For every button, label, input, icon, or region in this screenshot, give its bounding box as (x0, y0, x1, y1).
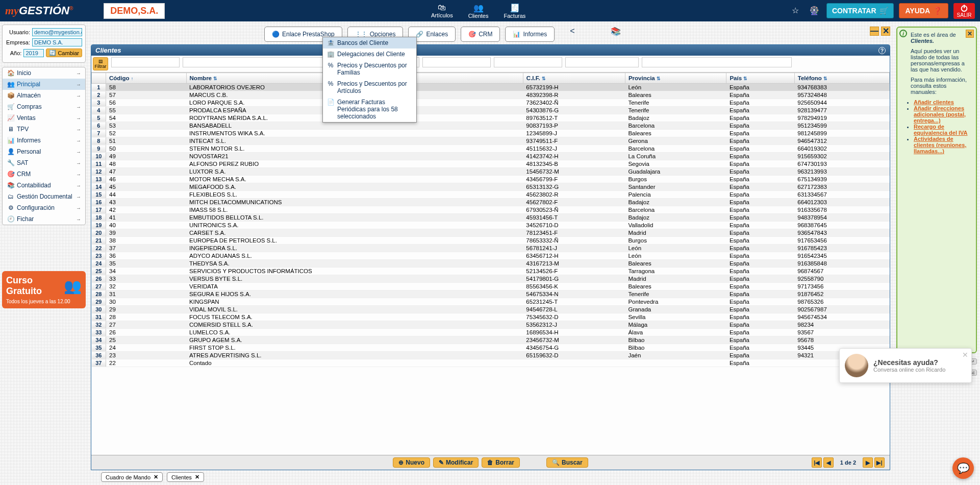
table-row[interactable]: 2633VERSUS BYTE S.L.54179801-GMadridEspa… (92, 275, 890, 283)
crm-button[interactable]: 🎯 CRM (461, 27, 500, 42)
nav-almacén[interactable]: 📦Almacén→ (3, 90, 85, 101)
col-provincia[interactable]: Provincia ⇅ (625, 73, 726, 84)
table-row[interactable]: 356LORO PARQUE S.A.73623402-ÑTenerifeEsp… (92, 99, 890, 107)
borrar-button[interactable]: 🗑Borrar (482, 457, 520, 468)
table-row[interactable]: 1544FLEXIBLEOS S.L.45623802-RPalenciaEsp… (92, 191, 890, 199)
topnav-facturas[interactable]: 🧾Facturas (504, 3, 525, 19)
col-teléfono[interactable]: Teléfono ⇅ (794, 73, 889, 84)
table-row[interactable]: 2039CARSET S.A.78123451-FMadridEspaña936… (92, 229, 890, 237)
chat-widget[interactable]: ✕ ¿Necesitas ayuda? Conversa online con … (839, 348, 972, 383)
table-row[interactable]: 3524FIRST STOP S.L.43456754-GBilbaoEspañ… (92, 344, 890, 352)
close-icon[interactable]: ✕ (154, 474, 158, 480)
filter-provincia[interactable] (494, 57, 562, 67)
table-row[interactable]: 1346MOTOR MECHA S.A.43456799-FBurgosEspa… (92, 176, 890, 183)
help-link[interactable]: Actividades de clientes (reuniones, llam… (914, 136, 966, 154)
nav-personal[interactable]: 👤Personal→ (3, 146, 85, 157)
table-row[interactable]: 1940UNITRONICS S.A.34526710-DValladolidE… (92, 222, 890, 229)
nav-informes[interactable]: 📊Informes→ (3, 135, 85, 146)
table-row[interactable]: 2138EUROPEA DE PETROLEOS S.L.78653332-ÑB… (92, 237, 890, 245)
modificar-button[interactable]: ✎Modificar (433, 457, 479, 468)
buscar-button[interactable]: 🔍Buscar (546, 457, 588, 468)
nav-configuración[interactable]: ⚙Configuración→ (3, 202, 85, 213)
table-row[interactable]: 3227COMERSID STELL S.A.53562312-JMálagaE… (92, 321, 890, 329)
table-row[interactable]: 3425GRUPO AGEM S.A.23456732-MBilbaoEspañ… (92, 336, 890, 344)
page-next[interactable]: ▶ (863, 457, 873, 468)
nav-inicio[interactable]: 🏠Inicio→ (3, 67, 85, 79)
favorite-icon[interactable]: ☆ (792, 6, 802, 16)
filter-cif[interactable] (422, 57, 491, 67)
chat-bubble-button[interactable]: 💬 (952, 457, 974, 479)
table-row[interactable]: 158LABORATORIOS OVEJERO65732199-HLeónEsp… (92, 84, 890, 91)
table-row[interactable]: 3326LUMELCO S.A.16896534-HÁlavaEspaña935… (92, 329, 890, 336)
chat-close-icon[interactable]: ✕ (962, 351, 968, 359)
col-cif[interactable]: C.I.F. ⇅ (523, 73, 625, 84)
col-país[interactable]: País ⇅ (726, 73, 794, 84)
help-link[interactable]: Recargo de equivalencia del IVA (914, 124, 968, 136)
filter-button[interactable]: ▤Filtrar (93, 57, 108, 70)
table-row[interactable]: 1247LUXTOR S.A.15456732-MGuadalajaraEspa… (92, 168, 890, 176)
dd-item[interactable]: %Precios y Descuentos por Artículos (323, 78, 416, 96)
nav-fichar[interactable]: 🕘Fichar→ (3, 213, 85, 225)
help-close-button[interactable]: ✕ (966, 30, 974, 38)
tab-clientes[interactable]: Clientes✕ (167, 472, 204, 482)
table-row[interactable]: 950STERN MOTOR S.L.45115632-JBarcelonaEs… (92, 145, 890, 153)
page-prev[interactable]: ◀ (823, 457, 834, 468)
topnav-artículos[interactable]: 🛍Artículos (431, 3, 453, 19)
nav-compras[interactable]: 🛒Compras→ (3, 101, 85, 112)
table-row[interactable]: 2831SEGURA E HIJOS S.A.54675334-NTenerif… (92, 290, 890, 298)
table-row[interactable]: 2237INGEPIEDRA S.L.56781241-JLeónEspaña9… (92, 245, 890, 252)
tab-cuadro-de-mando[interactable]: Cuadro de Mando✕ (101, 472, 163, 482)
help-icon[interactable]: ? (878, 47, 886, 54)
dd-item[interactable]: 🏦Bancos del Cliente (323, 37, 416, 48)
table-row[interactable]: 554RODYTRANS MÉRIDA S.A.L.89763512-TBada… (92, 114, 890, 122)
data-table-wrap[interactable]: Código ↑Nombre ⇅C.I.F. ⇅Provincia ⇅País … (91, 72, 890, 455)
contratar-button[interactable]: CONTRATAR 🛒 (826, 3, 894, 18)
dd-item[interactable]: 🏢Delegaciones del Cliente (323, 48, 416, 60)
ayuda-button[interactable]: AYUDA ❓ (899, 3, 949, 18)
page-last[interactable]: ▶| (874, 457, 885, 468)
page-first[interactable]: |◀ (812, 457, 822, 468)
close-icon[interactable]: ✕ (195, 474, 199, 480)
table-row[interactable]: 2435THEDYSA S.A.43167213-MBalearesEspaña… (92, 260, 890, 268)
filter-codigo[interactable] (111, 57, 180, 67)
help-link[interactable]: Añadir clientes (914, 99, 954, 105)
table-row[interactable]: 851INTECAT S.L.93749511-FGeronaEspaña946… (92, 137, 890, 145)
informes-button[interactable]: 📊 Informes (505, 27, 555, 42)
nav-sat[interactable]: 🔧SAT→ (3, 157, 85, 168)
table-row[interactable]: 2732VERIDATA85563456-KBalearesEspaña9717… (92, 283, 890, 290)
table-row[interactable]: 752INSTRUMENTOS WIKA S.A.12345899-JBalea… (92, 130, 890, 137)
cambiar-button[interactable]: 🔄Cambiar (46, 48, 82, 57)
nav-gestión-documental[interactable]: 🗂Gestión Documental→ (3, 191, 85, 202)
nav-principal[interactable]: 👥Principal→ (3, 79, 85, 90)
table-row[interactable]: 1841EMBUTIDOS BELLOTA S.L.45931456-TBada… (92, 214, 890, 222)
nav-tpv[interactable]: 🖥TPV→ (3, 124, 85, 135)
nav-crm[interactable]: 🎯CRM→ (3, 168, 85, 180)
usuario-field[interactable]: demo@mygestion.cc (32, 28, 82, 36)
dd-item[interactable]: %Precios y Descuentos por Familias (323, 60, 416, 78)
minimize-button[interactable]: — (870, 27, 879, 36)
table-row[interactable]: 2336ADYCO ADUANAS S.L.63456712-HLeónEspa… (92, 252, 890, 260)
help-link[interactable]: Añadir direcciones adicionales (postal, … (914, 105, 966, 124)
col-código[interactable]: Código ↑ (106, 73, 187, 84)
ano-field[interactable]: 2019 (23, 49, 44, 57)
nav-ventas[interactable]: 📈Ventas→ (3, 112, 85, 124)
roulette-icon[interactable]: 🎡 (809, 6, 819, 16)
table-row[interactable]: 455PRODALCA ESPAÑA54303876-GTenerifeEspa… (92, 107, 890, 114)
table-row[interactable]: 653BANSABADELL90837193-PBarcelonaEspaña9… (92, 122, 890, 130)
table-row[interactable]: 2930KINGSPAN65231245-TPontevedraEspaña98… (92, 298, 890, 306)
table-row[interactable]: 1049NOVOSTAR2141423742-HLa CoruñaEspaña9… (92, 153, 890, 160)
table-row[interactable]: 257MARCUS C.B.48392398-RBalearesEspaña95… (92, 91, 890, 99)
nuevo-button[interactable]: ⊕Nuevo (393, 457, 430, 468)
filter-pais[interactable] (565, 57, 639, 67)
table-row[interactable]: 1148ALFONSO PEREZ RUBIO48132345-BSegovia… (92, 160, 890, 168)
close-button[interactable]: ✕ (881, 27, 890, 36)
library-icon[interactable]: 📚 (611, 27, 621, 42)
nav-contabilidad[interactable]: 📚Contabilidad→ (3, 180, 85, 191)
topnav-clientes[interactable]: 👥Clientes (468, 3, 489, 19)
table-row[interactable]: 1643MITCH DELTACOMMUNICATIONS45627802-FB… (92, 199, 890, 206)
table-row[interactable]: 3029VIDAL MOVIL S.L.94546728-LGranadaEsp… (92, 306, 890, 313)
salir-button[interactable]: SALIR (953, 3, 975, 19)
table-row[interactable]: 1742IMASS 58 S.L.67930523-ÑBarcelonaEspa… (92, 206, 890, 214)
share-icon[interactable]: < (570, 27, 574, 42)
table-row[interactable]: 3722ContadoEspaña (92, 359, 890, 367)
